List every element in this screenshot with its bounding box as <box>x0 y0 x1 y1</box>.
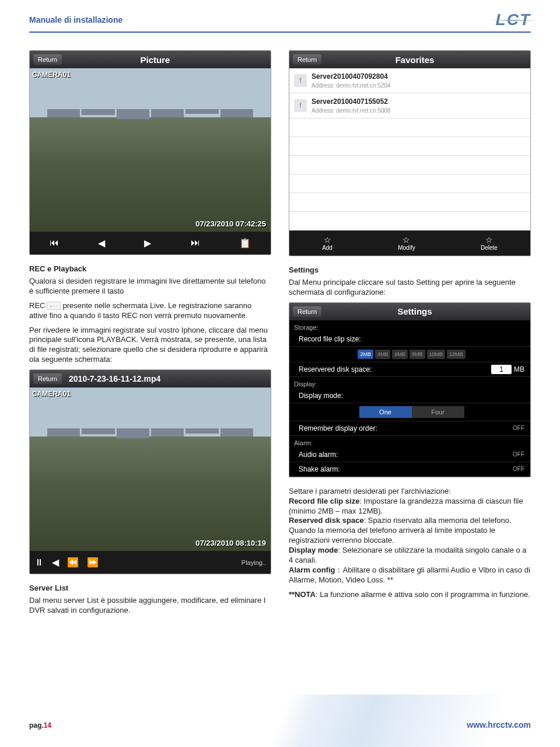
doc-header-title: Manuale di installazione <box>29 15 123 25</box>
footer-url: www.hrcctv.com <box>467 720 531 729</box>
list-icon[interactable]: 📋 <box>239 238 251 249</box>
para: Qualora si desideri registrare le immagi… <box>29 277 271 296</box>
pause-icon[interactable]: ⏸ <box>34 557 44 568</box>
para: Dal menu server List è possibile aggiung… <box>29 596 271 616</box>
prev-track-icon[interactable]: ⏮ <box>50 238 59 249</box>
heading-settings: Settings <box>289 266 531 274</box>
heading-server-list: Server List <box>29 584 271 592</box>
fast-forward-icon[interactable]: ⏩ <box>87 557 99 568</box>
section-label: Display: <box>289 377 530 389</box>
setting-row: Record file clip size: <box>289 332 530 347</box>
page-number: pag.14 <box>29 721 51 729</box>
rewind-icon[interactable]: ◀ <box>98 238 105 249</box>
rec-icon: • ◦ ◦ <box>47 302 61 310</box>
screen-title: Settings <box>303 306 527 316</box>
add-button[interactable]: ☆Add <box>322 235 332 251</box>
star-icon: ☆ <box>481 235 498 245</box>
list-item <box>289 193 530 212</box>
delete-button[interactable]: ☆Delete <box>481 235 498 251</box>
list-item <box>289 156 530 174</box>
setting-row: Display mode: <box>289 389 530 403</box>
logo: LCT <box>496 11 531 29</box>
setting-row[interactable]: Shake alarm:OFF <box>289 462 530 477</box>
server-icon: f <box>294 74 307 87</box>
modify-button[interactable]: ☆Modify <box>398 235 415 251</box>
section-label: Storage: <box>289 320 530 332</box>
timestamp: 07/23/2010 07:42:25 <box>195 219 266 228</box>
setting-row[interactable]: Reservered disk space: 1MB <box>289 362 530 377</box>
next-track-icon[interactable]: ⏭ <box>191 238 200 249</box>
para-nota: **NOTA: La funzione allarme è attiva sol… <box>289 590 531 600</box>
setting-row[interactable]: Remember display order:OFF <box>289 421 530 436</box>
playing-status: Playing.. <box>242 559 266 566</box>
server-icon: f <box>294 99 307 112</box>
fast-rewind-icon[interactable]: ⏪ <box>67 557 79 568</box>
screenshot-settings: Return Settings Storage: Record file cli… <box>289 302 531 477</box>
para: Settare i parametri desiderati per l'arc… <box>289 487 531 585</box>
step-back-icon[interactable]: ◀ <box>52 557 59 568</box>
display-mode-segments[interactable]: One Four <box>289 403 530 421</box>
para: Per rivedere le immagini registrate sul … <box>29 326 271 365</box>
screenshot-picture: Return Picture CAMERA01 07/23/2010 07:42… <box>29 50 271 255</box>
star-icon: ☆ <box>398 235 415 245</box>
screen-title: Favorites <box>303 55 527 65</box>
camera-label: CAMERA01 <box>32 390 71 398</box>
para: REC• ◦ ◦presente nelle schermata Live. L… <box>29 301 271 321</box>
screenshot-favorites: Return Favorites f Server20100407092804A… <box>289 50 531 256</box>
play-icon[interactable]: ▶ <box>144 238 151 249</box>
screenshot-playback: Return 2010-7-23-16-11-12.mp4 CAMERA01 0… <box>29 369 271 574</box>
camera-label: CAMERA01 <box>32 71 71 79</box>
header-divider <box>29 32 531 33</box>
list-item <box>289 118 530 137</box>
star-icon: ☆ <box>322 235 332 245</box>
list-item[interactable]: f Server20100407092804Address: demo.tvt.… <box>289 68 530 93</box>
clip-size-segments[interactable]: 2MB 4MB 6MB 8MB 10MB 12MB <box>289 347 530 362</box>
setting-row[interactable]: Audio alarm:OFF <box>289 448 530 462</box>
list-item <box>289 174 530 193</box>
heading-rec-playback: REC e Playback <box>29 264 271 273</box>
list-item <box>289 137 530 156</box>
section-label: Alarm: <box>289 436 530 448</box>
list-item <box>289 212 530 231</box>
timestamp: 07/23/2010 08:10:19 <box>195 539 266 547</box>
screen-title: Picture <box>43 55 267 65</box>
list-item[interactable]: f Server20100407155052Address: demo.tvt.… <box>289 93 530 118</box>
return-button[interactable]: Return <box>33 374 62 384</box>
para: Dal Menu principale cliccare sul tasto S… <box>289 278 531 298</box>
screen-title: 2010-7-23-16-11-12.mp4 <box>69 374 267 383</box>
